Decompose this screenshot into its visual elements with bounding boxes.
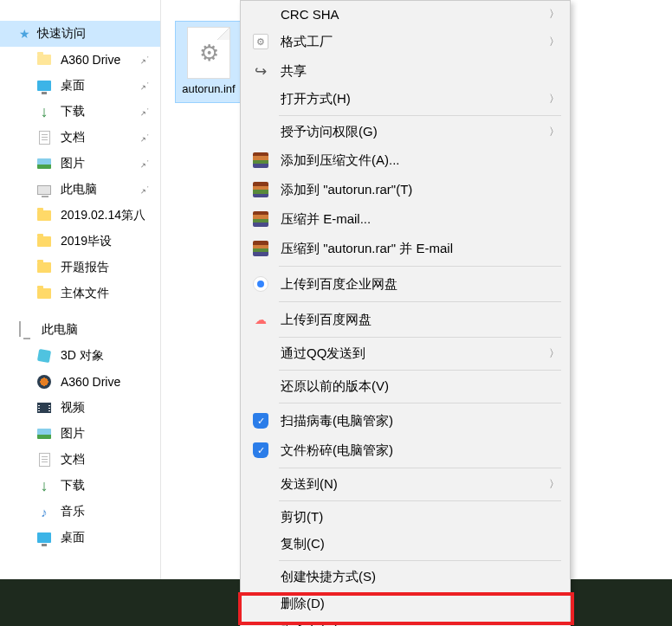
menu-item-label: 添加到压缩文件(A)... xyxy=(281,152,559,169)
3d-icon xyxy=(36,348,52,364)
sidebar-item[interactable]: 文档 xyxy=(0,447,160,473)
chevron-right-icon: 〉 xyxy=(549,7,559,22)
file-name: autorun.inf xyxy=(181,82,236,97)
menu-item-label: 添加到 "autorun.rar"(T) xyxy=(281,182,559,198)
menu-item[interactable]: 删除(D) xyxy=(241,591,570,617)
file-icon: ⚙ xyxy=(187,27,230,79)
sidebar-item-label: 文档 xyxy=(61,452,85,468)
menu-separator xyxy=(279,500,561,501)
sidebar-item[interactable]: 此电脑 xyxy=(0,177,160,203)
sidebar-item[interactable]: 2019毕设 xyxy=(0,229,160,255)
sidebar-item[interactable]: 图片 xyxy=(0,421,160,447)
sidebar-item[interactable]: 2019.02.14第八 xyxy=(0,203,160,229)
menu-item-label: 文件粉碎(电脑管家) xyxy=(281,442,559,459)
sidebar-item[interactable]: 文档 xyxy=(0,125,160,151)
this-pc-label: 此电脑 xyxy=(42,322,78,338)
chevron-right-icon: 〉 xyxy=(549,346,559,361)
menu-item[interactable]: 压缩并 E-mail... xyxy=(241,204,570,234)
menu-item[interactable]: ✓文件粉碎(电脑管家) xyxy=(241,436,570,465)
quick-access-label: 快速访问 xyxy=(37,26,86,42)
download-icon: ↓ xyxy=(36,478,52,494)
folder-icon xyxy=(36,260,52,275)
menu-item[interactable]: 压缩到 "autorun.rar" 并 E-mail xyxy=(241,234,570,263)
menu-item[interactable]: ↪共享 xyxy=(241,56,570,86)
menu-item-label: 压缩并 E-mail... xyxy=(281,211,559,228)
menu-item-label: 共享 xyxy=(281,63,559,80)
menu-item[interactable]: ⚙格式工厂〉 xyxy=(241,27,570,56)
folder-icon xyxy=(36,234,52,249)
menu-item-label: CRC SHA xyxy=(281,7,540,22)
rar-icon xyxy=(251,239,270,258)
menu-item-label: 打开方式(H) xyxy=(281,91,540,107)
menu-item-label: 上传到百度网盘 xyxy=(281,312,559,328)
gear-icon: ⚙ xyxy=(199,40,219,67)
sidebar-item-label: 桌面 xyxy=(61,78,85,94)
menu-separator xyxy=(279,370,561,371)
sidebar-item[interactable]: 主体文件 xyxy=(0,281,160,307)
sidebar-item[interactable]: A360 Drive xyxy=(0,369,160,395)
menu-item-label: 发送到(N) xyxy=(281,476,540,493)
menu-item[interactable]: 重命名(M) xyxy=(241,617,570,626)
sidebar-item-label: 开题报告 xyxy=(61,260,109,275)
pin-icon xyxy=(139,158,150,171)
menu-item[interactable]: 上传到百度企业网盘 xyxy=(241,269,570,299)
sidebar-item-label: 文档 xyxy=(61,130,85,145)
menu-item[interactable]: ☁上传到百度网盘 xyxy=(241,305,570,334)
menu-item[interactable]: 打开方式(H)〉 xyxy=(241,86,570,113)
picture-icon xyxy=(36,156,52,171)
menu-item[interactable]: CRC SHA〉 xyxy=(241,1,570,27)
sidebar-item[interactable]: 图片 xyxy=(0,151,160,177)
menu-item-label: 压缩到 "autorun.rar" 并 E-mail xyxy=(281,241,559,257)
sidebar-item-label: 下载 xyxy=(61,478,85,494)
monitor-icon xyxy=(36,530,52,545)
sidebar-item[interactable]: 桌面 xyxy=(0,525,160,551)
sidebar-item[interactable]: A360 Drive xyxy=(0,47,160,73)
menu-item[interactable]: 授予访问权限(G)〉 xyxy=(241,119,570,145)
folder-icon xyxy=(36,286,52,301)
sidebar-item-label: 2019毕设 xyxy=(61,234,112,249)
menu-item-label: 复制(C) xyxy=(281,536,559,552)
menu-separator xyxy=(279,468,561,468)
sidebar-item[interactable]: 3D 对象 xyxy=(0,343,160,369)
sidebar-item[interactable]: ♪ 音乐 xyxy=(0,499,160,525)
document-icon xyxy=(36,452,52,468)
sidebar-item[interactable]: ↓ 下载 xyxy=(0,473,160,499)
sidebar-item-label: 2019.02.14第八 xyxy=(61,208,145,223)
sidebar-item-label: 桌面 xyxy=(61,530,85,545)
menu-item[interactable]: 添加到 "autorun.rar"(T) xyxy=(241,175,570,204)
menu-separator xyxy=(279,266,561,267)
menu-separator xyxy=(279,560,561,561)
menu-item-label: 删除(D) xyxy=(281,596,559,612)
folder-light-icon xyxy=(36,52,52,68)
pin-icon xyxy=(139,132,150,145)
this-pc-header[interactable]: 此电脑 xyxy=(0,317,160,343)
rar-icon xyxy=(251,210,270,229)
sidebar-item[interactable]: 开题报告 xyxy=(0,255,160,281)
sidebar-item[interactable]: 桌面 xyxy=(0,73,160,99)
menu-item[interactable]: 复制(C) xyxy=(241,531,570,558)
download-icon: ↓ xyxy=(36,104,52,119)
menu-item[interactable]: 添加到压缩文件(A)... xyxy=(241,145,570,175)
pin-icon xyxy=(139,80,150,93)
menu-item-label: 格式工厂 xyxy=(281,34,540,50)
menu-item[interactable]: 还原以前的版本(V) xyxy=(241,373,570,400)
menu-item-label: 通过QQ发送到 xyxy=(281,345,540,362)
picture-icon xyxy=(36,426,52,442)
file-item-autorun[interactable]: ⚙ autorun.inf xyxy=(175,21,242,103)
sidebar-item[interactable]: ↓ 下载 xyxy=(0,99,160,125)
chevron-right-icon: 〉 xyxy=(549,477,559,492)
menu-item[interactable]: 剪切(T) xyxy=(241,504,570,531)
menu-item[interactable]: 创建快捷方式(S) xyxy=(241,564,570,591)
menu-item[interactable]: 发送到(N)〉 xyxy=(241,471,570,498)
quick-access-header[interactable]: ★ 快速访问 xyxy=(0,21,160,47)
shield-icon: ✓ xyxy=(251,441,270,460)
menu-separator xyxy=(279,115,561,116)
sidebar-item-label: 视频 xyxy=(61,400,85,416)
sidebar-item-label: A360 Drive xyxy=(61,375,120,389)
menu-item[interactable]: ✓扫描病毒(电脑管家) xyxy=(241,406,570,436)
rar-icon xyxy=(251,151,270,170)
folder-icon xyxy=(36,208,52,223)
chevron-right-icon: 〉 xyxy=(549,92,559,106)
sidebar-item[interactable]: 视频 xyxy=(0,395,160,421)
menu-item[interactable]: 通过QQ发送到〉 xyxy=(241,340,570,367)
